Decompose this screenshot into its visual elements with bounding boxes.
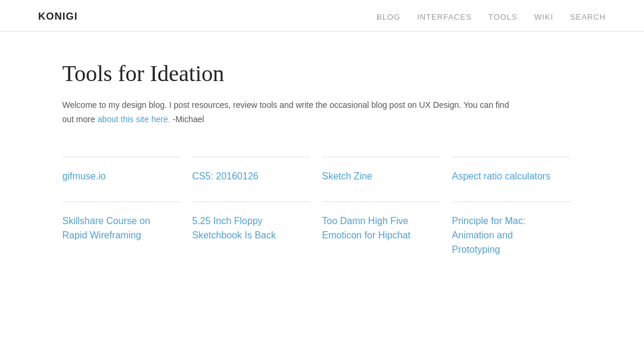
grid-item-7: Too Damn High Five Emoticon for Hipchat: [322, 201, 440, 275]
grid-link-cs5[interactable]: CS5: 20160126: [192, 169, 298, 184]
grid-link-too-damn-high[interactable]: Too Damn High Five Emoticon for Hipchat: [322, 214, 428, 243]
page-description: Welcome to my design blog. I post resour…: [63, 98, 515, 127]
grid-link-skillshare[interactable]: Skillshare Course on Rapid Wireframing: [63, 214, 169, 243]
grid-item-3: Sketch Zine: [322, 157, 440, 201]
grid-link-gifmuse[interactable]: gifmuse.io: [63, 169, 169, 184]
grid-item-8: Principle for Mac: Animation and Prototy…: [452, 201, 570, 275]
main-nav: BLOG INTERFACES TOOLS WIKI SEARCH: [377, 13, 606, 21]
grid-link-aspect-ratio[interactable]: Aspect ratio calculators: [452, 169, 558, 184]
description-text-2: -Michael: [170, 114, 204, 124]
tools-grid: gifmuse.io CS5: 20160126 Sketch Zine Asp…: [63, 157, 582, 275]
nav-tools[interactable]: TOOLS: [489, 13, 518, 21]
site-logo: KONIGI: [38, 11, 77, 23]
grid-item-6: 5.25 Inch Floppy Sketchbook Is Back: [192, 201, 310, 275]
nav-search[interactable]: SEARCH: [570, 13, 606, 21]
grid-item-2: CS5: 20160126: [192, 157, 310, 201]
nav-interfaces[interactable]: INTERFACES: [417, 13, 472, 21]
grid-item-4: Aspect ratio calculators: [452, 157, 570, 201]
main-content: Tools for Ideation Welcome to my design …: [24, 32, 620, 313]
grid-link-floppy[interactable]: 5.25 Inch Floppy Sketchbook Is Back: [192, 214, 298, 243]
nav-wiki[interactable]: WIKI: [534, 13, 553, 21]
grid-item-5: Skillshare Course on Rapid Wireframing: [63, 201, 181, 275]
page-title: Tools for Ideation: [63, 60, 582, 86]
nav-blog[interactable]: BLOG: [377, 13, 400, 21]
description-link[interactable]: about this site here.: [98, 114, 170, 124]
grid-link-principle[interactable]: Principle for Mac: Animation and Prototy…: [452, 214, 558, 257]
site-header: KONIGI BLOG INTERFACES TOOLS WIKI SEARCH: [0, 0, 644, 32]
grid-link-sketch-zine[interactable]: Sketch Zine: [322, 169, 428, 184]
grid-item-1: gifmuse.io: [63, 157, 181, 201]
